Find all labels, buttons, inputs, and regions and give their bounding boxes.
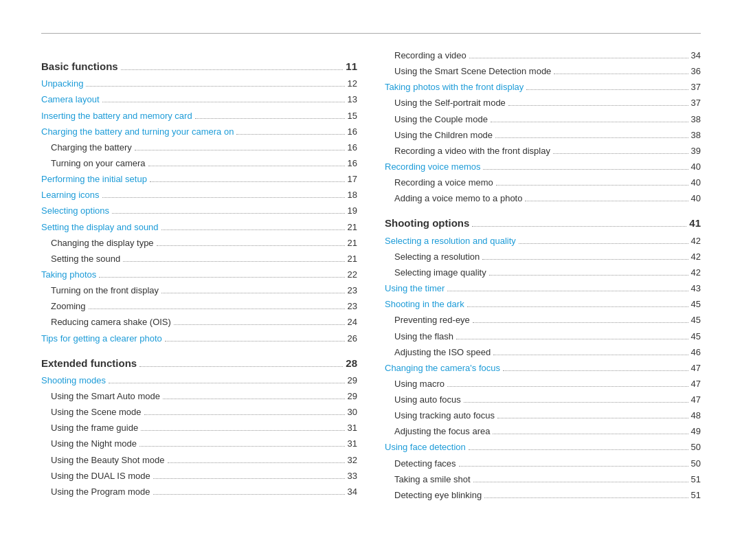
toc-entry: Taking photos with the front display37 [385, 80, 701, 94]
toc-dots [491, 122, 688, 122]
toc-dots [102, 197, 345, 198]
toc-label: Charging the battery [51, 141, 132, 155]
toc-label: Using auto focus [394, 393, 461, 407]
toc-page-number: 11 [346, 58, 357, 74]
toc-entry: Changing the display type21 [41, 236, 357, 250]
toc-dots [483, 169, 688, 170]
toc-page-number: 32 [348, 453, 357, 467]
toc-label: Recording a video with the front display [394, 144, 550, 158]
toc-label: Tips for getting a clearer photo [41, 332, 162, 346]
toc-dots [459, 466, 688, 467]
toc-label: Using the flash [394, 330, 453, 344]
toc-entry: Using the Children mode38 [385, 128, 701, 142]
toc-page-number: 21 [348, 252, 357, 266]
toc-label: Selecting a resolution [394, 250, 480, 264]
toc-page-number: 29 [348, 390, 357, 403]
section-label: Shooting options [385, 215, 469, 231]
toc-dots [489, 275, 688, 276]
toc-dots [168, 462, 345, 463]
toc-label: Selecting a resolution and quality [385, 234, 516, 248]
toc-dots [153, 478, 345, 479]
toc-label: Taking a smile shot [394, 473, 471, 486]
toc-page-number: 21 [348, 221, 357, 234]
toc-label: Using the Couple mode [394, 113, 488, 126]
toc-label: Charging the battery and turning your ca… [41, 125, 234, 139]
toc-dots [112, 213, 345, 214]
toc-page-number: 42 [691, 234, 701, 248]
toc-dots [508, 105, 688, 106]
toc-page-number: 47 [691, 393, 701, 407]
toc-page-number: 48 [691, 409, 701, 423]
toc-label: Using macro [394, 377, 445, 391]
toc-label: Adjusting the ISO speed [394, 346, 491, 359]
toc-dots [553, 153, 688, 154]
toc-dots [447, 291, 688, 291]
toc-section-header: Basic functions11 [41, 58, 357, 74]
toc-page-number: 34 [348, 485, 357, 499]
toc-label: Using tracking auto focus [394, 409, 495, 423]
toc-dots [86, 86, 344, 87]
toc-page-number: 16 [348, 141, 357, 155]
toc-page-number: 42 [691, 266, 701, 280]
toc-page-number: 30 [348, 405, 357, 419]
toc-dots [473, 482, 688, 482]
toc-label: Using the Scene mode [51, 405, 142, 419]
toc-dots [135, 150, 345, 150]
toc-dots [139, 366, 343, 367]
toc-entry: Detecting eye blinking51 [385, 489, 701, 502]
toc-page-number: 19 [348, 204, 357, 218]
toc-page-number: 18 [348, 188, 357, 202]
toc-page-number: 38 [691, 128, 701, 142]
toc-entry: Setting the display and sound21 [41, 221, 357, 234]
toc-entry: Turning on your camera16 [41, 157, 357, 170]
toc-label: Setting the sound [51, 252, 120, 266]
toc-entry: Adding a voice memo to a photo40 [385, 192, 701, 205]
toc-page-number: 17 [348, 172, 357, 186]
toc-label: Detecting faces [394, 457, 456, 471]
toc-dots [493, 355, 688, 355]
toc-entry: Using the DUAL IS mode33 [41, 469, 357, 483]
toc-entry: Zooming23 [41, 300, 357, 313]
toc-label: Turning on the front display [51, 284, 159, 298]
toc-page-number: 38 [691, 113, 701, 126]
toc-label: Using the Program mode [51, 485, 150, 499]
toc-label: Using the frame guide [51, 421, 138, 435]
toc-label: Using face detection [385, 440, 466, 454]
toc-page-number: 45 [691, 330, 701, 344]
toc-dots [469, 58, 688, 58]
toc-label: Turning on your camera [51, 157, 146, 170]
toc-label: Adjusting the focus area [394, 425, 490, 438]
toc-entry: Selecting options19 [41, 204, 357, 218]
toc-entry: Inserting the battery and memory card15 [41, 109, 357, 123]
toc-dots [469, 449, 688, 450]
toc-label: Using the Children mode [394, 128, 493, 142]
toc-label: Recording a voice memo [394, 176, 493, 190]
toc-page-number: 36 [691, 65, 701, 78]
toc-dots [102, 102, 345, 102]
toc-entry: Selecting a resolution and quality42 [385, 234, 701, 248]
toc-entry: Recording a video34 [385, 49, 701, 63]
toc-page-number: 47 [691, 361, 701, 375]
toc-section-header: Shooting options41 [385, 215, 701, 231]
toc-entry: Using the Night mode31 [41, 437, 357, 451]
toc-dots [165, 341, 345, 341]
toc-page-number: 40 [691, 192, 701, 205]
toc-page-number: 45 [691, 313, 701, 327]
toc-page-number: 15 [348, 109, 357, 123]
toc-dots [473, 322, 688, 323]
toc-entry: Using the frame guide31 [41, 421, 357, 435]
toc-label: Using the Smart Auto mode [51, 390, 160, 403]
toc-page-number: 49 [691, 425, 701, 438]
toc-entry: Recording voice memos40 [385, 160, 701, 174]
toc-entry: Using the timer43 [385, 282, 701, 295]
toc-label: Using the Night mode [51, 437, 137, 451]
toc-entry: Shooting in the dark45 [385, 298, 701, 311]
toc-dots [174, 324, 345, 325]
toc-dots [503, 370, 688, 371]
toc-dots [121, 69, 344, 70]
toc-entry: Preventing red-eye45 [385, 313, 701, 327]
toc-entry: Detecting faces50 [385, 457, 701, 471]
toc-entry: Using the flash45 [385, 330, 701, 344]
toc-label: Using the Beauty Shot mode [51, 453, 165, 467]
toc-entry: Recording a voice memo40 [385, 176, 701, 190]
